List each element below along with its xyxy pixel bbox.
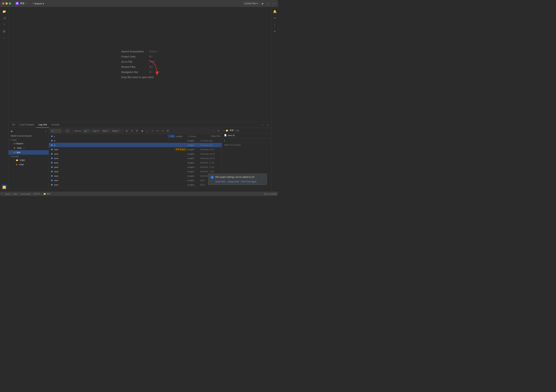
sidebar-branch-icon[interactable]: ⑂ [1,22,7,28]
panel-tab-icons: ⋯ — [261,123,270,127]
log-cherry-pick-icon[interactable]: ⚙ [135,129,139,133]
right-sidebar: 🔔 ≡ ↑ ● [271,7,278,192]
log-row[interactable]: a zengbin 4 minutes ago [49,143,222,147]
star-icon[interactable]: ☆ [266,1,270,6]
sidebar-more-icon[interactable]: ⋯ [1,35,7,41]
log-dot-c10 [50,175,53,177]
git-tree-add-icon[interactable]: + [44,129,48,133]
detail-file-count: 1 file [235,130,239,132]
branch-button[interactable]: ⎇ feature ▾ [30,2,46,5]
git-tree-head[interactable]: HEAD (Current Branch) [8,134,49,138]
git-tree-remote-section[interactable]: ▾ Remote [8,155,49,158]
log-msg-10: save [54,175,187,177]
git-tree-test[interactable]: 🏷 test [8,150,49,155]
log-row[interactable]: b zengbin 3 minutes ago [49,138,222,143]
tab-console[interactable]: Console [49,122,62,128]
log-refresh-icon[interactable]: ↻ [130,129,134,133]
log-row[interactable]: save ⚑⚑ feature zengbin Yesterday 16:21 [49,147,222,152]
log-row[interactable]: save zengbin 2024... [49,178,222,183]
log-expand-icon[interactable]: ⤢ [150,129,154,133]
current-file-button[interactable]: Current File ▾ [242,1,259,6]
log-dot-indicator [51,158,53,159]
detail-second-item: c [222,138,271,143]
branch-name: feature [35,2,42,5]
log-dot-c4 [50,149,53,150]
log-msg-3: a [54,144,187,146]
log-toolbar-sep2: | [72,129,73,133]
log-area: ⊙ .* Cc | Branch: test ✕ [49,128,222,192]
log-nav-up-icon[interactable]: ↑ [206,129,210,133]
log-undo-icon[interactable]: ↩ [155,129,160,133]
git-tree-main[interactable]: ★ main ↗ [8,146,49,150]
right-notif-icon[interactable]: 🔔 [272,8,278,14]
log-author-5: zengbin [187,153,199,155]
log-row[interactable]: save zengbin 2024/6/6, 17:40 [49,165,222,169]
log-row[interactable]: save zengbin 2024/6/3, 11:52 [49,174,222,178]
fullscreen-button[interactable] [9,2,11,5]
tab-log-test[interactable]: Log: test [36,122,49,128]
git-tree-remote-main[interactable]: ★ main [8,162,49,167]
log-row[interactable]: save zengbin Yesterday 16:19 [49,152,222,156]
detail-chevron-icon: ▾ [223,129,224,132]
log-paths-button[interactable]: Paths ▾ [111,129,120,133]
tab-git[interactable]: Git [10,122,17,128]
notif-always-add-button[interactable]: Always Add [227,180,239,183]
log-user-button[interactable]: User ▾ [92,129,100,133]
origin-collapse-icon: ▾ [14,159,15,161]
detail-file-row[interactable]: 📄 save.sh [222,133,271,137]
notification-tooltip: i IDE project settings can be added to G… [208,174,267,185]
log-row[interactable]: c ✓ test zengbin 3 minute Cherry-Pick [49,134,222,138]
git-tree-local-section[interactable]: ▾ Local [8,138,49,141]
log-nav-down-icon[interactable]: ↓ [211,129,215,133]
log-new-branch-icon[interactable]: ⊕ [125,129,129,133]
log-date-button[interactable]: Date ▾ [101,129,110,133]
log-date-2: 3 minutes ago [200,139,220,142]
remote-main-label: main [19,163,24,166]
git-tree-collapse-icon[interactable]: ◀ [9,129,13,133]
notif-view-files-button[interactable]: View Files [215,180,225,183]
log-date-6: Yesterday 09:15 [200,157,220,159]
right-list-icon[interactable]: ≡ [272,15,278,21]
log-msg-4: save [54,148,174,151]
log-msg-1: c [54,135,167,137]
status-02: 02.学习 [34,192,40,195]
log-eye-icon[interactable]: ◉ [140,129,144,133]
minimize-button[interactable] [6,2,8,5]
log-close-icon[interactable]: ✕ [216,129,220,133]
log-row[interactable]: save zengbin 2024... [49,183,222,187]
status-root: / [1,193,2,195]
more-icon[interactable]: ⋯ [272,1,276,6]
log-dot-indicator [51,166,53,168]
log-date-3: 4 minutes ago [200,144,220,146]
log-dot-c1 [50,136,53,137]
sidebar-folder-icon[interactable]: 📁 [1,8,7,14]
notif-dont-ask-button[interactable]: Don't Ask Again [241,180,257,183]
log-case-button[interactable]: Cc [65,129,70,133]
sidebar-plugins-icon[interactable]: ⊞ [1,28,7,34]
log-branch-button[interactable]: test ✕ [83,129,91,133]
panel-collapse-icon[interactable]: — [266,123,270,127]
log-branch-x-icon[interactable]: ✕ [88,130,89,132]
brand-button[interactable]: 博 博客 ▾ [14,1,28,6]
sidebar-git-icon[interactable]: ⎇ [1,15,7,21]
git-tree-origin[interactable]: ▾ 📁 origin [8,158,49,162]
log-settings-icon[interactable]: ⚙ [166,129,170,133]
log-author-2: zengbin [187,139,199,142]
test-icon: 🏷 [14,151,16,154]
log-redo-icon[interactable]: ↪ [161,129,165,133]
run-icon[interactable]: ▶ [261,1,265,6]
log-search-box[interactable]: ⊙ [50,129,62,133]
panel-more-icon[interactable]: ⋯ [261,123,265,127]
log-msg-12: save [54,184,187,186]
right-upload-icon[interactable]: ↑ [272,22,278,28]
git-tree-feature[interactable]: 🏷 feature [8,141,49,146]
log-dot-c6 [50,158,53,159]
log-author-1: zengbin [176,135,187,137]
sidebar-git-bottom-icon[interactable]: 🔀 [1,184,7,190]
close-button[interactable] [2,2,4,5]
log-search-icon[interactable]: ⌕ [145,129,149,133]
log-row[interactable]: save zengbin 2024/6/6, 17:46 [49,161,222,165]
log-row[interactable]: save zengbin 2024/6/3, 17:52 [49,169,222,174]
tab-local-changes[interactable]: Local Changes [17,122,36,128]
log-row[interactable]: save zengbin Yesterday 09:15 [49,156,222,161]
